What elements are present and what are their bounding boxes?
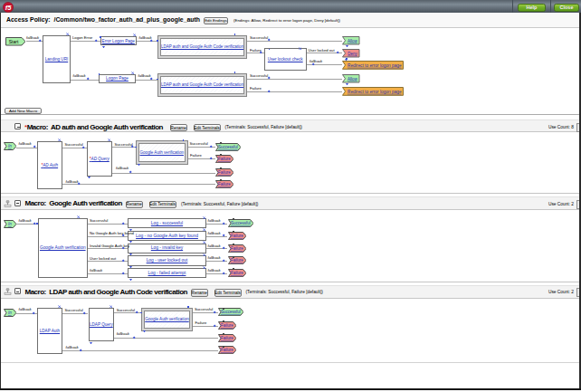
svg-text:Failure: Failure	[217, 171, 230, 176]
svg-text:In: In	[8, 311, 12, 315]
svg-text:Allow: Allow	[348, 38, 358, 43]
svg-text:Successful: Successful	[230, 222, 250, 226]
svg-text:Failure: Failure	[217, 157, 230, 161]
svg-text:Failure: Failure	[217, 182, 230, 186]
svg-text:Redirect to error logon page: Redirect to error logon page	[348, 63, 402, 68]
svg-text:Start: Start	[9, 38, 19, 43]
svg-text:In: In	[8, 223, 12, 227]
svg-text:Failure: Failure	[230, 234, 243, 238]
svg-text:Deny: Deny	[348, 51, 357, 55]
svg-text:Failure: Failure	[221, 349, 233, 353]
svg-text:Successful: Successful	[221, 311, 241, 315]
svg-text:Successful: Successful	[217, 145, 237, 149]
svg-text:f5: f5	[5, 3, 12, 11]
svg-text:Allow: Allow	[348, 77, 358, 81]
svg-text:Failure: Failure	[221, 324, 233, 329]
svg-text:In: In	[8, 145, 12, 149]
svg-text:Redirect to error logon page: Redirect to error logon page	[348, 90, 402, 94]
svg-text:Failure: Failure	[221, 336, 233, 340]
svg-text:Failure: Failure	[230, 271, 243, 275]
svg-text:Failure: Failure	[230, 259, 243, 263]
svg-text:Failure: Failure	[230, 246, 243, 251]
